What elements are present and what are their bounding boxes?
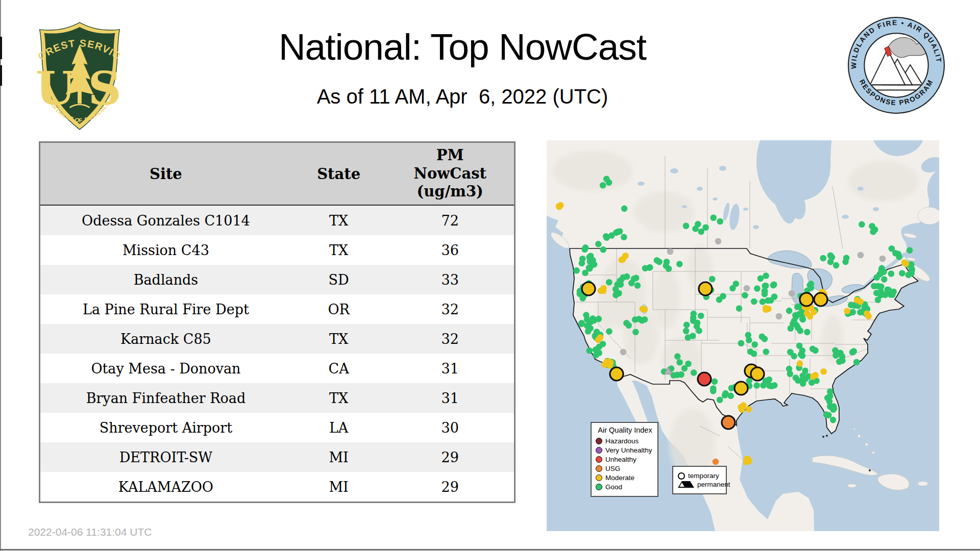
monitor-dot-good xyxy=(787,371,794,378)
aqi-legend-item: Unhealthy xyxy=(596,456,654,463)
aqi-legend-item: Moderate xyxy=(596,474,654,482)
monitor-dot-good xyxy=(875,283,881,289)
monitor-dot-good xyxy=(632,316,639,323)
monitor-dot-good xyxy=(746,337,752,343)
monitor-dot-good xyxy=(873,290,880,296)
monitor-dot-good xyxy=(587,259,594,265)
monitor-dot-good xyxy=(742,292,748,299)
small-dark-dot xyxy=(826,435,828,437)
monitor-dot-good xyxy=(647,264,653,271)
monitor-dot-inactive xyxy=(879,256,886,262)
column-header-pm: PMNowCast(ug/m3) xyxy=(386,146,514,201)
monitor-dot-good xyxy=(899,270,905,277)
monitor-dot-good xyxy=(698,313,704,319)
monitor-dot-good xyxy=(628,280,635,287)
page-title: National: Top NowCast xyxy=(0,26,925,68)
site-cell: Odessa Gonzales C1014 xyxy=(40,213,291,229)
monitor-dot-good xyxy=(587,253,594,260)
monitor-dot-moderate xyxy=(740,402,747,409)
monitor-dot-inactive xyxy=(789,290,795,297)
monitor-dot-good xyxy=(695,221,701,228)
monitor-dot-good xyxy=(762,291,768,297)
pm-value-cell: 36 xyxy=(386,242,514,258)
monitor-dot-good xyxy=(753,382,760,389)
jamaica xyxy=(847,484,856,488)
monitor-dot-good xyxy=(771,293,778,300)
monitor-dot-good xyxy=(886,287,892,293)
monitor-dot-good xyxy=(760,298,766,305)
aqi-legend-label: Unhealthy xyxy=(605,456,636,463)
window-bottom-border xyxy=(0,549,980,550)
pm-value-cell: 33 xyxy=(386,272,514,288)
site-cell: La Pine Rural Fire Dept xyxy=(40,302,291,317)
aqi-legend-item: USG xyxy=(596,465,654,472)
page-subtitle: As of 11 AM, Apr 6, 2022 (UTC) xyxy=(0,85,925,108)
top-site-marker xyxy=(582,282,595,295)
column-header-state: State xyxy=(291,165,386,183)
monitor-dot-good xyxy=(880,269,887,276)
monitor-dot-good xyxy=(600,182,606,189)
monitor-dot-good xyxy=(830,417,837,423)
monitor-dot-good xyxy=(632,329,639,336)
top-site-marker xyxy=(610,367,623,381)
monitor-dot-moderate xyxy=(804,310,811,317)
report-header: National: Top NowCast As of 11 AM, Apr 6… xyxy=(0,26,925,108)
monitor-dot-good xyxy=(612,292,619,298)
monitor-dot-good xyxy=(763,348,770,355)
monitor-dot-good xyxy=(837,350,844,357)
marker-type-legend: temporary permanent xyxy=(672,466,727,494)
aqi-legend-item: Very Unhealthy xyxy=(596,447,654,454)
monitor-dot-good xyxy=(751,350,757,357)
monitor-dot-moderate xyxy=(600,288,607,294)
table-row: Otay Mesa - DonovanCA31 xyxy=(40,354,514,383)
top-site-marker xyxy=(800,293,813,306)
monitor-dot-good xyxy=(710,214,717,221)
temporary-circle-icon xyxy=(678,472,685,480)
state-cell: TX xyxy=(291,331,386,347)
monitor-dot-good xyxy=(702,224,709,231)
monitor-dot-good xyxy=(720,293,726,299)
monitor-dot-good xyxy=(791,353,797,360)
monitor-dot-good xyxy=(634,282,641,289)
monitor-dot-inactive xyxy=(744,285,750,292)
monitor-dot-good xyxy=(717,397,723,404)
monitor-dot-good xyxy=(582,244,589,251)
monitor-dot-moderate xyxy=(844,308,850,315)
monitor-dot-good xyxy=(606,179,612,186)
monitor-dot-good xyxy=(842,259,849,265)
monitor-dot-moderate xyxy=(601,361,608,368)
aqi-color-dot-icon xyxy=(596,456,602,463)
monitor-dot-good xyxy=(754,285,761,292)
monitor-dot-good xyxy=(850,349,856,356)
top-site-marker xyxy=(814,293,827,306)
site-cell: DETROIT-SW xyxy=(40,449,291,465)
site-cell: Shreveport Airport xyxy=(40,420,291,436)
monitor-dot-good xyxy=(573,267,580,274)
monitor-dot-good xyxy=(683,222,690,229)
pm-value-cell: 29 xyxy=(386,449,514,465)
newfoundland xyxy=(918,207,939,224)
table-row: Mission C43TX36 xyxy=(40,235,514,265)
aqi-legend-label: Good xyxy=(605,484,622,491)
monitor-dot-good xyxy=(888,270,895,277)
state-cell: TX xyxy=(291,390,386,406)
monitor-dot-moderate xyxy=(820,368,827,375)
monitor-map: Air Quality Index HazardousVery Unhealth… xyxy=(547,140,939,531)
monitor-dot-good xyxy=(594,329,600,335)
monitor-dot-inactive xyxy=(667,248,674,255)
state-cell: OR xyxy=(291,302,386,317)
state-cell: MI xyxy=(291,479,386,495)
monitor-dot-good xyxy=(617,228,623,235)
monitor-dot-moderate xyxy=(811,309,817,315)
monitor-dot-good xyxy=(799,316,806,322)
monitor-dot-moderate xyxy=(618,257,625,263)
monitor-dot-good xyxy=(596,344,603,350)
aqi-legend-label: Hazardous xyxy=(605,438,639,445)
table-row: Odessa Gonzales C1014TX72 xyxy=(40,206,514,235)
monitor-dot-good xyxy=(849,309,856,316)
monitor-dot-good xyxy=(830,403,837,410)
aqi-color-dot-icon xyxy=(596,484,602,490)
monitor-dot-inactive xyxy=(715,238,722,245)
monitor-dot-good xyxy=(676,359,683,366)
monitor-dot-good xyxy=(786,308,793,314)
